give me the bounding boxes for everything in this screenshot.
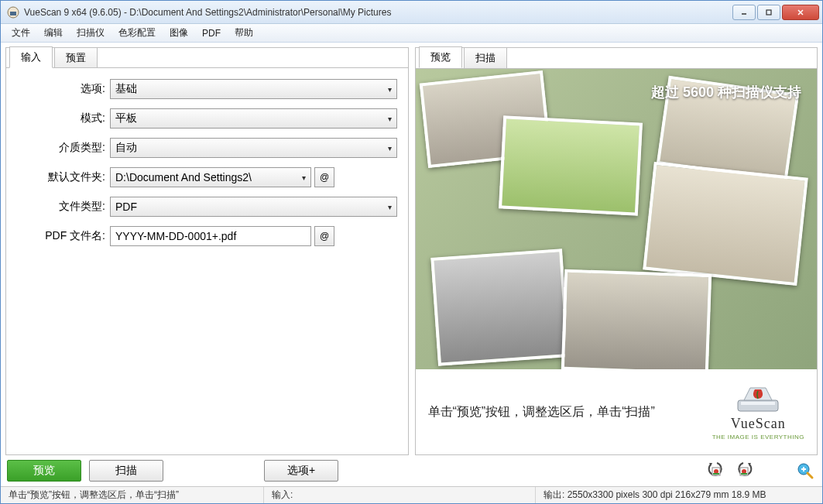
combo-media-type[interactable]: 自动 xyxy=(110,138,397,158)
combo-mode[interactable]: 平板 xyxy=(110,108,397,129)
close-button[interactable] xyxy=(782,5,819,20)
status-input: 输入: xyxy=(264,487,536,503)
minimize-button[interactable] xyxy=(732,5,756,20)
preview-collage: 超过 5600 种扫描仪支持 xyxy=(416,69,818,369)
rotate-left-icon[interactable] xyxy=(705,460,726,482)
label-file-type: 文件类型: xyxy=(17,200,110,214)
label-media-type: 介质类型: xyxy=(17,141,110,155)
action-row: 预览 扫描 选项+ xyxy=(5,460,818,482)
menu-scanner[interactable]: 扫描仪 xyxy=(70,24,111,42)
svg-rect-7 xyxy=(741,402,775,405)
svg-rect-1 xyxy=(10,12,16,15)
combo-file-type[interactable]: PDF xyxy=(110,197,397,217)
tab-input[interactable]: 输入 xyxy=(9,46,53,68)
preview-bottom: 单击“预览”按钮，调整选区后，单击“扫描” xyxy=(416,369,818,454)
preview-area: 超过 5600 种扫描仪支持 单击“预览”按钮，调整选区后，单击“扫描” xyxy=(416,68,818,454)
statusbar: 单击“预览”按钮，调整选区后，单击“扫描” 输入: 输出: 2550x3300 … xyxy=(1,486,822,503)
status-output: 输出: 2550x3300 pixels 300 dpi 216x279 mm … xyxy=(536,487,822,503)
rotate-right-icon[interactable] xyxy=(734,460,756,482)
status-hint: 单击“预览”按钮，调整选区后，单击“扫描” xyxy=(1,487,264,503)
preview-hint: 单击“预览”按钮，调整选区后，单击“扫描” xyxy=(428,404,712,420)
menu-pdf[interactable]: PDF xyxy=(196,26,227,41)
app-window: VueScan 9 x64 (9.6.05) - D:\Document And… xyxy=(0,0,823,504)
scan-button[interactable]: 扫描 xyxy=(89,460,163,482)
panels: 输入 预置 选项: 基础 模式: 平板 介质类型: 自动 xyxy=(5,47,818,455)
input-pdf-filename[interactable] xyxy=(110,226,311,246)
preview-panel: 预览 扫描 超过 5600 种扫描仪支持 单击“预览”按钮，调整选区后，单 xyxy=(415,47,818,455)
folder-at-button[interactable]: @ xyxy=(314,167,334,187)
input-panel-body: 选项: 基础 模式: 平板 介质类型: 自动 默认文件夹: D:\Documen… xyxy=(6,67,408,454)
row-pdf-filename: PDF 文件名: @ xyxy=(17,226,397,246)
svg-rect-15 xyxy=(741,473,747,475)
row-default-folder: 默认文件夹: D:\Document And Settings2\ @ xyxy=(17,167,397,187)
titlebar: VueScan 9 x64 (9.6.05) - D:\Document And… xyxy=(1,1,822,24)
row-media-type: 介质类型: 自动 xyxy=(17,138,397,158)
window-title: VueScan 9 x64 (9.6.05) - D:\Document And… xyxy=(24,7,731,18)
label-pdf-filename: PDF 文件名: xyxy=(17,229,110,243)
preview-button[interactable]: 预览 xyxy=(7,460,81,482)
brand-name: VueScan xyxy=(731,416,786,432)
client-area: 输入 预置 选项: 基础 模式: 平板 介质类型: 自动 xyxy=(1,43,822,486)
maximize-button[interactable] xyxy=(757,5,780,20)
label-default-folder: 默认文件夹: xyxy=(17,170,110,184)
row-file-type: 文件类型: PDF xyxy=(17,197,397,217)
label-options: 选项: xyxy=(17,82,110,96)
filename-at-button[interactable]: @ xyxy=(314,226,334,246)
zoom-in-icon[interactable] xyxy=(794,460,816,482)
app-icon xyxy=(7,6,19,19)
scanner-icon xyxy=(735,383,781,414)
menubar: 文件 编辑 扫描仪 色彩配置 图像 PDF 帮助 xyxy=(1,24,822,43)
sample-photo xyxy=(498,115,642,215)
options-button[interactable]: 选项+ xyxy=(264,460,338,482)
label-mode: 模式: xyxy=(17,111,110,125)
svg-rect-11 xyxy=(713,473,719,475)
menu-help[interactable]: 帮助 xyxy=(228,24,259,42)
tab-scan[interactable]: 扫描 xyxy=(464,47,507,68)
menu-edit[interactable]: 编辑 xyxy=(38,24,69,42)
menu-file[interactable]: 文件 xyxy=(5,24,36,42)
combo-default-folder[interactable]: D:\Document And Settings2\ xyxy=(110,167,311,187)
overlay-support-text: 超过 5600 种扫描仪支持 xyxy=(651,83,801,101)
left-tabstrip: 输入 预置 xyxy=(6,47,408,67)
row-mode: 模式: 平板 xyxy=(17,108,397,129)
window-controls xyxy=(731,5,819,20)
sample-photo xyxy=(430,249,569,367)
sample-photo xyxy=(561,269,711,369)
input-panel: 输入 预置 选项: 基础 模式: 平板 介质类型: 自动 xyxy=(5,47,409,455)
menu-image[interactable]: 图像 xyxy=(163,24,194,42)
sample-photo xyxy=(643,162,808,286)
brand-block: VueScan THE IMAGE IS EVERYTHING xyxy=(712,383,804,441)
brand-tagline: THE IMAGE IS EVERYTHING xyxy=(712,434,804,441)
svg-rect-3 xyxy=(766,10,771,15)
tab-preview[interactable]: 预览 xyxy=(419,46,462,68)
right-tabstrip: 预览 扫描 xyxy=(416,47,818,67)
svg-line-19 xyxy=(808,473,812,478)
combo-options[interactable]: 基础 xyxy=(110,79,397,99)
tab-presets[interactable]: 预置 xyxy=(54,47,98,68)
row-options: 选项: 基础 xyxy=(17,79,397,99)
menu-color[interactable]: 色彩配置 xyxy=(112,24,162,42)
